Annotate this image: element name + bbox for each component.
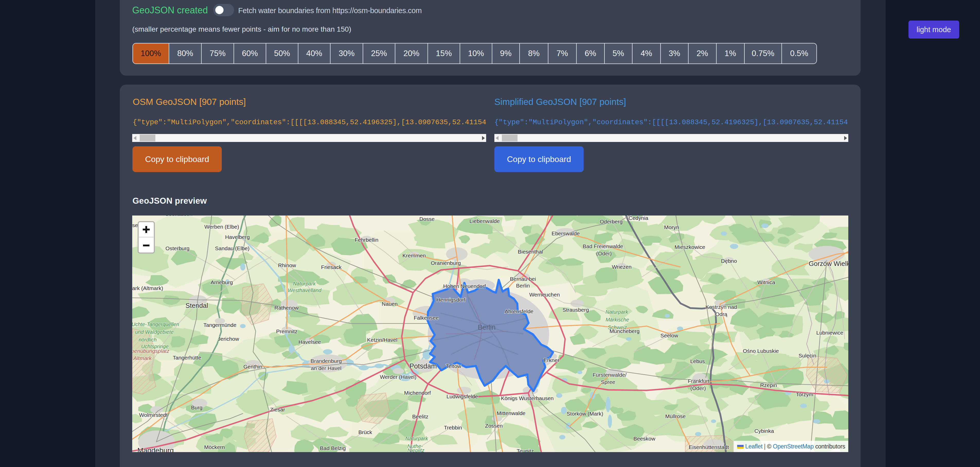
svg-text:Beelitz: Beelitz xyxy=(412,413,428,419)
svg-text:Osterburg: Osterburg xyxy=(165,245,189,251)
svg-text:Lubniewice: Lubniewice xyxy=(816,330,843,335)
svg-text:Eisenhüttenstadt: Eisenhüttenstadt xyxy=(689,444,729,450)
svg-text:Premnitz: Premnitz xyxy=(276,329,298,334)
svg-text:Ośno Lubuskie: Ośno Lubuskie xyxy=(743,348,779,354)
svg-text:Tangerhütte: Tangerhütte xyxy=(173,354,201,361)
svg-text:und Waldgebiete: und Waldgebiete xyxy=(135,329,173,335)
svg-text:Kostrzyn nad: Kostrzyn nad xyxy=(706,304,737,310)
svg-text:Wriezen: Wriezen xyxy=(612,264,632,270)
svg-text:Havelberg: Havelberg xyxy=(225,234,250,240)
svg-text:Ketzin/Havel: Ketzin/Havel xyxy=(367,337,398,343)
svg-text:Spree: Spree xyxy=(601,379,615,385)
svg-text:Berlin: Berlin xyxy=(478,324,495,331)
svg-text:Bernau bei: Bernau bei xyxy=(510,276,536,282)
svg-text:Schweiz: Schweiz xyxy=(608,324,627,330)
svg-text:Oderberg: Oderberg xyxy=(600,219,623,224)
svg-text:Königs Wusterhausen: Königs Wusterhausen xyxy=(501,395,554,401)
svg-text:nördlich: nördlich xyxy=(138,337,157,343)
svg-text:Dosse: Dosse xyxy=(419,216,435,222)
svg-text:Rzepin: Rzepin xyxy=(760,382,777,388)
svg-text:Nieplitz: Nieplitz xyxy=(407,448,425,452)
svg-text:Cedynia: Cedynia xyxy=(628,216,648,221)
svg-text:Trebbin: Trebbin xyxy=(444,424,462,430)
svg-text:Storkow (Mark): Storkow (Mark) xyxy=(566,411,603,416)
svg-text:Witnica: Witnica xyxy=(757,279,775,285)
svg-text:Eberswalde: Eberswalde xyxy=(552,230,580,236)
svg-text:penübungsplatz: penübungsplatz xyxy=(132,348,170,354)
svg-text:Berlin: Berlin xyxy=(516,283,530,289)
svg-text:(Oder): (Oder) xyxy=(690,385,706,391)
svg-text:Ahrensfelde: Ahrensfelde xyxy=(505,308,533,314)
svg-text:Naturpark: Naturpark xyxy=(406,436,428,441)
svg-text:Moryń: Moryń xyxy=(664,224,679,230)
svg-text:Fehrbellin: Fehrbellin xyxy=(355,237,379,243)
svg-text:Naturpark: Naturpark xyxy=(293,281,316,286)
svg-text:Lebus: Lebus xyxy=(690,358,705,364)
svg-text:Ludwigsfelde: Ludwigsfelde xyxy=(447,394,478,399)
svg-text:Teltow: Teltow xyxy=(446,363,461,369)
svg-text:Frankfurt: Frankfurt xyxy=(688,378,710,384)
svg-text:Torzym: Torzym xyxy=(796,391,813,397)
svg-text:Fürstenwalde/: Fürstenwalde/ xyxy=(593,372,627,378)
svg-text:Mittenwalde: Mittenwalde xyxy=(497,410,525,416)
svg-text:Bad Freienwalde: Bad Freienwalde xyxy=(582,243,623,249)
svg-text:an der Havel: an der Havel xyxy=(311,365,341,371)
svg-text:Ziesar: Ziesar xyxy=(270,407,285,413)
svg-text:ark (Altmark): ark (Altmark) xyxy=(132,285,163,291)
svg-text:Falkensee: Falkensee xyxy=(414,315,439,321)
svg-text:Stendal: Stendal xyxy=(185,302,208,309)
svg-text:Cybinka: Cybinka xyxy=(754,428,774,434)
svg-text:Odrą: Odrą xyxy=(715,311,727,317)
svg-text:Brück: Brück xyxy=(358,429,372,435)
svg-text:Oranienburg: Oranienburg xyxy=(431,260,461,266)
svg-text:Biesenthal: Biesenthal xyxy=(518,249,543,254)
svg-text:Zossen: Zossen xyxy=(485,423,503,429)
svg-text:Sulęcin: Sulęcin xyxy=(799,353,816,359)
svg-text:Havelsee: Havelsee xyxy=(298,339,321,345)
svg-text:Mieszkowice: Mieszkowice xyxy=(675,244,705,250)
svg-text:Jerichow: Jerichow xyxy=(218,336,239,342)
svg-text:Uchte-Tangerquellen: Uchte-Tangerquellen xyxy=(132,321,179,327)
svg-text:Märkische: Märkische xyxy=(606,317,629,322)
svg-text:Beeskow: Beeskow xyxy=(633,436,655,442)
svg-text:Tangermünde: Tangermünde xyxy=(204,322,236,328)
svg-text:Müllrose: Müllrose xyxy=(665,413,686,419)
svg-text:Seehausen: Seehausen xyxy=(165,216,192,217)
svg-text:Kremmen: Kremmen xyxy=(402,253,426,259)
svg-text:Werder (Havel): Werder (Havel) xyxy=(380,374,417,380)
svg-text:(Oder): (Oder) xyxy=(596,251,612,256)
svg-text:Westhavelland: Westhavelland xyxy=(288,288,322,293)
svg-text:Brandenburg: Brandenburg xyxy=(310,358,342,364)
svg-text:Teupitz: Teupitz xyxy=(517,448,534,452)
svg-text:Potsdam: Potsdam xyxy=(409,362,437,370)
svg-text:Dębno: Dębno xyxy=(721,258,737,264)
svg-text:Michendorf: Michendorf xyxy=(404,390,431,396)
svg-text:Hennigsdorf: Hennigsdorf xyxy=(436,297,465,303)
svg-text:Friesack: Friesack xyxy=(321,264,342,270)
svg-text:Genthin: Genthin xyxy=(243,364,262,370)
svg-text:Arneburg: Arneburg xyxy=(211,279,233,285)
svg-text:Sandau (Elbe): Sandau (Elbe) xyxy=(215,245,250,251)
svg-text:Altmark: Altmark xyxy=(133,355,152,361)
svg-text:Burg: Burg xyxy=(191,405,202,410)
svg-text:Strausberg: Strausberg xyxy=(563,307,589,313)
svg-text:Möckern: Möckern xyxy=(204,444,225,450)
svg-text:Werneuchen: Werneuchen xyxy=(529,292,560,297)
svg-text:Nauen: Nauen xyxy=(382,301,398,307)
svg-text:Rhinow: Rhinow xyxy=(278,262,296,268)
svg-text:Naturpark: Naturpark xyxy=(606,309,628,315)
svg-text:Rathenow: Rathenow xyxy=(274,305,299,311)
svg-text:Erkner: Erkner xyxy=(544,357,560,363)
svg-text:Magdeburg: Magdeburg xyxy=(137,446,174,452)
svg-text:Wolmirstedt: Wolmirstedt xyxy=(139,412,168,418)
svg-text:Seelow: Seelow xyxy=(660,332,679,338)
svg-text:Bad Belzig: Bad Belzig xyxy=(320,445,346,451)
svg-text:Hohen Neuendorf: Hohen Neuendorf xyxy=(443,283,486,289)
svg-text:Werben (Elbe): Werben (Elbe) xyxy=(204,224,239,230)
svg-text:Liebenwalde: Liebenwalde xyxy=(469,218,500,224)
svg-text:Gorzów Wielkopo: Gorzów Wielkopo xyxy=(809,260,848,267)
